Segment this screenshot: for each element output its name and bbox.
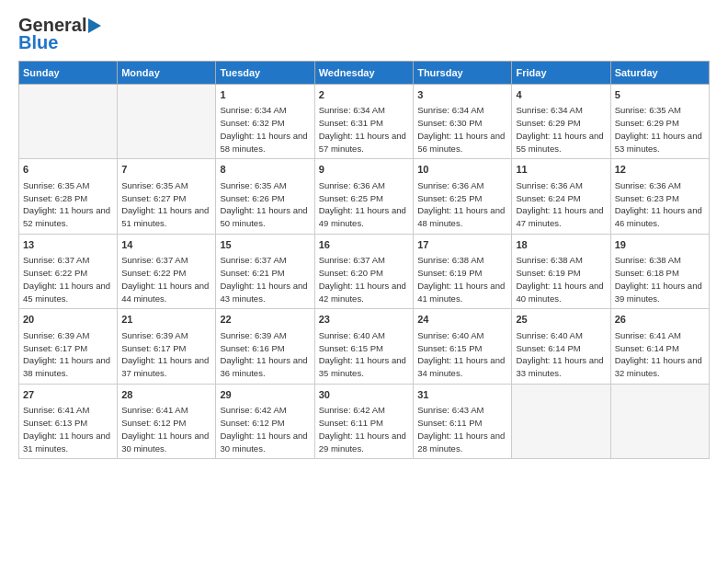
day-number: 29 (220, 388, 310, 402)
calendar-cell: 28Sunrise: 6:41 AM Sunset: 6:12 PM Dayli… (118, 384, 216, 458)
col-header-saturday: Saturday (610, 62, 709, 85)
calendar-cell: 16Sunrise: 6:37 AM Sunset: 6:20 PM Dayli… (314, 234, 413, 308)
day-info: Sunrise: 6:35 AM Sunset: 6:29 PM Dayligh… (615, 104, 705, 155)
day-number: 19 (615, 238, 705, 252)
day-info: Sunrise: 6:42 AM Sunset: 6:12 PM Dayligh… (220, 404, 310, 454)
calendar-cell: 18Sunrise: 6:38 AM Sunset: 6:19 PM Dayli… (512, 234, 610, 308)
calendar-cell: 15Sunrise: 6:37 AM Sunset: 6:21 PM Dayli… (216, 234, 314, 308)
logo-arrow-icon (88, 18, 101, 33)
day-number: 13 (23, 238, 113, 252)
day-number: 28 (121, 388, 211, 402)
calendar-cell: 22Sunrise: 6:39 AM Sunset: 6:16 PM Dayli… (216, 309, 314, 384)
day-info: Sunrise: 6:38 AM Sunset: 6:18 PM Dayligh… (615, 254, 705, 304)
day-number: 5 (615, 88, 705, 102)
day-info: Sunrise: 6:41 AM Sunset: 6:12 PM Dayligh… (121, 404, 211, 454)
page-header: General Blue (18, 15, 710, 53)
day-number: 15 (220, 238, 310, 252)
calendar-header-row: SundayMondayTuesdayWednesdayThursdayFrid… (19, 62, 710, 85)
calendar-cell: 11Sunrise: 6:36 AM Sunset: 6:24 PM Dayli… (512, 159, 610, 234)
calendar-week-4: 20Sunrise: 6:39 AM Sunset: 6:17 PM Dayli… (19, 309, 710, 384)
day-info: Sunrise: 6:36 AM Sunset: 6:25 PM Dayligh… (319, 179, 409, 230)
day-info: Sunrise: 6:37 AM Sunset: 6:20 PM Dayligh… (319, 254, 409, 304)
day-info: Sunrise: 6:35 AM Sunset: 6:28 PM Dayligh… (23, 179, 113, 230)
calendar-cell: 13Sunrise: 6:37 AM Sunset: 6:22 PM Dayli… (19, 234, 118, 308)
day-info: Sunrise: 6:34 AM Sunset: 6:31 PM Dayligh… (319, 104, 409, 155)
calendar-week-2: 6Sunrise: 6:35 AM Sunset: 6:28 PM Daylig… (19, 159, 710, 234)
day-number: 1 (220, 88, 310, 102)
calendar-cell: 8Sunrise: 6:35 AM Sunset: 6:26 PM Daylig… (216, 159, 314, 234)
col-header-friday: Friday (512, 62, 610, 85)
calendar-cell: 1Sunrise: 6:34 AM Sunset: 6:32 PM Daylig… (216, 85, 314, 159)
day-info: Sunrise: 6:40 AM Sunset: 6:15 PM Dayligh… (319, 329, 409, 380)
day-number: 9 (319, 163, 409, 177)
calendar-cell: 6Sunrise: 6:35 AM Sunset: 6:28 PM Daylig… (19, 159, 118, 234)
calendar-body: 1Sunrise: 6:34 AM Sunset: 6:32 PM Daylig… (19, 85, 710, 459)
day-info: Sunrise: 6:36 AM Sunset: 6:25 PM Dayligh… (417, 179, 507, 230)
col-header-tuesday: Tuesday (216, 62, 314, 85)
calendar-cell: 3Sunrise: 6:34 AM Sunset: 6:30 PM Daylig… (414, 85, 512, 159)
day-number: 26 (615, 313, 705, 327)
day-number: 16 (319, 238, 409, 252)
day-info: Sunrise: 6:37 AM Sunset: 6:22 PM Dayligh… (121, 254, 211, 304)
day-number: 20 (23, 313, 113, 327)
calendar-table: SundayMondayTuesdayWednesdayThursdayFrid… (18, 61, 710, 459)
day-info: Sunrise: 6:35 AM Sunset: 6:26 PM Dayligh… (220, 179, 310, 230)
calendar-cell: 10Sunrise: 6:36 AM Sunset: 6:25 PM Dayli… (414, 159, 512, 234)
calendar-cell: 23Sunrise: 6:40 AM Sunset: 6:15 PM Dayli… (314, 309, 413, 384)
calendar-cell (512, 384, 610, 458)
day-number: 31 (417, 388, 507, 402)
day-number: 6 (23, 163, 113, 177)
calendar-cell: 27Sunrise: 6:41 AM Sunset: 6:13 PM Dayli… (19, 384, 118, 458)
day-info: Sunrise: 6:38 AM Sunset: 6:19 PM Dayligh… (417, 254, 507, 304)
calendar-week-1: 1Sunrise: 6:34 AM Sunset: 6:32 PM Daylig… (19, 85, 710, 159)
day-number: 21 (121, 313, 211, 327)
calendar-cell (610, 384, 709, 458)
calendar-cell: 5Sunrise: 6:35 AM Sunset: 6:29 PM Daylig… (610, 85, 709, 159)
calendar-cell: 12Sunrise: 6:36 AM Sunset: 6:23 PM Dayli… (610, 159, 709, 234)
day-number: 8 (220, 163, 310, 177)
day-info: Sunrise: 6:39 AM Sunset: 6:17 PM Dayligh… (23, 329, 113, 380)
calendar-cell: 24Sunrise: 6:40 AM Sunset: 6:15 PM Dayli… (414, 309, 512, 384)
day-number: 2 (319, 88, 409, 102)
day-number: 30 (319, 388, 409, 402)
calendar-cell: 14Sunrise: 6:37 AM Sunset: 6:22 PM Dayli… (118, 234, 216, 308)
col-header-thursday: Thursday (414, 62, 512, 85)
day-info: Sunrise: 6:38 AM Sunset: 6:19 PM Dayligh… (516, 254, 606, 304)
calendar-cell (19, 85, 118, 159)
day-number: 4 (516, 88, 606, 102)
day-number: 14 (121, 238, 211, 252)
calendar-week-5: 27Sunrise: 6:41 AM Sunset: 6:13 PM Dayli… (19, 384, 710, 458)
calendar-week-3: 13Sunrise: 6:37 AM Sunset: 6:22 PM Dayli… (19, 234, 710, 308)
day-info: Sunrise: 6:40 AM Sunset: 6:14 PM Dayligh… (516, 329, 606, 380)
calendar-cell: 19Sunrise: 6:38 AM Sunset: 6:18 PM Dayli… (610, 234, 709, 308)
day-number: 22 (220, 313, 310, 327)
col-header-monday: Monday (118, 62, 216, 85)
day-info: Sunrise: 6:42 AM Sunset: 6:11 PM Dayligh… (319, 404, 409, 454)
day-info: Sunrise: 6:34 AM Sunset: 6:32 PM Dayligh… (220, 104, 310, 155)
day-number: 27 (23, 388, 113, 402)
calendar-cell: 29Sunrise: 6:42 AM Sunset: 6:12 PM Dayli… (216, 384, 314, 458)
calendar-cell: 2Sunrise: 6:34 AM Sunset: 6:31 PM Daylig… (314, 85, 413, 159)
day-number: 7 (121, 163, 211, 177)
calendar-cell: 25Sunrise: 6:40 AM Sunset: 6:14 PM Dayli… (512, 309, 610, 384)
day-number: 18 (516, 238, 606, 252)
day-info: Sunrise: 6:39 AM Sunset: 6:17 PM Dayligh… (121, 329, 211, 380)
day-info: Sunrise: 6:34 AM Sunset: 6:30 PM Dayligh… (417, 104, 507, 155)
day-info: Sunrise: 6:37 AM Sunset: 6:22 PM Dayligh… (23, 254, 113, 304)
day-number: 11 (516, 163, 606, 177)
day-number: 12 (615, 163, 705, 177)
calendar-cell (118, 85, 216, 159)
day-info: Sunrise: 6:43 AM Sunset: 6:11 PM Dayligh… (417, 404, 507, 454)
logo: General Blue (18, 15, 101, 53)
day-info: Sunrise: 6:40 AM Sunset: 6:15 PM Dayligh… (417, 329, 507, 380)
calendar-cell: 30Sunrise: 6:42 AM Sunset: 6:11 PM Dayli… (314, 384, 413, 458)
day-number: 25 (516, 313, 606, 327)
day-info: Sunrise: 6:39 AM Sunset: 6:16 PM Dayligh… (220, 329, 310, 380)
calendar-cell: 21Sunrise: 6:39 AM Sunset: 6:17 PM Dayli… (118, 309, 216, 384)
day-info: Sunrise: 6:34 AM Sunset: 6:29 PM Dayligh… (516, 104, 606, 155)
day-number: 23 (319, 313, 409, 327)
col-header-wednesday: Wednesday (314, 62, 413, 85)
calendar-cell: 20Sunrise: 6:39 AM Sunset: 6:17 PM Dayli… (19, 309, 118, 384)
day-info: Sunrise: 6:41 AM Sunset: 6:13 PM Dayligh… (23, 404, 113, 454)
calendar-cell: 7Sunrise: 6:35 AM Sunset: 6:27 PM Daylig… (118, 159, 216, 234)
